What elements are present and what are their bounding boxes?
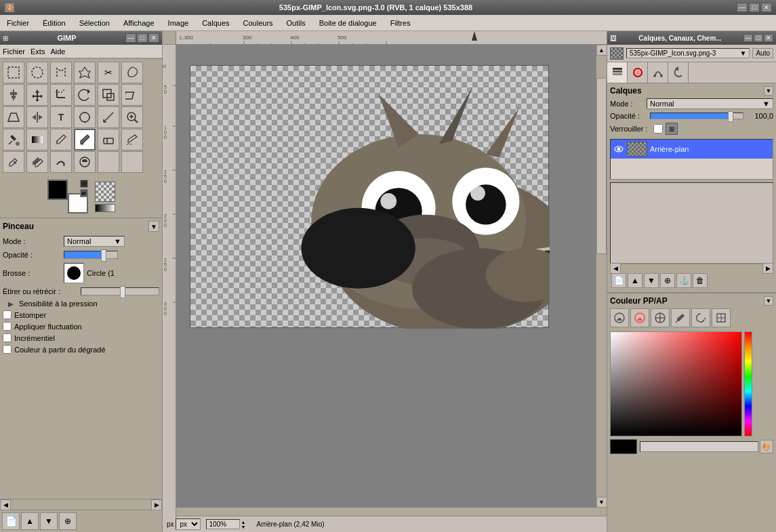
- tool-paintbrush[interactable]: [74, 129, 96, 150]
- tool-fuzzy-select[interactable]: [74, 62, 96, 83]
- incrementiel-checkbox[interactable]: [3, 333, 12, 342]
- scroll-right[interactable]: ▶: [151, 499, 162, 510]
- toolbox-close[interactable]: ✕: [148, 33, 159, 43]
- toolbox-menu-exts[interactable]: Exts: [30, 47, 45, 56]
- rp-maximize[interactable]: □: [754, 34, 763, 42]
- rp-close[interactable]: ✕: [764, 34, 773, 42]
- tool-measure[interactable]: [98, 106, 119, 128]
- duplicate-layer-btn[interactable]: ⊕: [660, 273, 675, 288]
- scroll-down-arrow[interactable]: ▼: [596, 497, 607, 508]
- unit-dropdown[interactable]: px %: [176, 518, 201, 530]
- mode-dropdown[interactable]: Normal ▼: [64, 236, 125, 247]
- tool-foreground-select[interactable]: [121, 62, 143, 83]
- color-preview[interactable]: [610, 439, 637, 454]
- zoom-selector[interactable]: ▲▼: [206, 519, 246, 529]
- gradient-indicator[interactable]: [95, 204, 115, 212]
- tab-layers-icon[interactable]: [607, 62, 628, 83]
- toolbox-minimize[interactable]: —: [125, 33, 136, 43]
- tool-shear[interactable]: [121, 84, 143, 106]
- raise-layer-btn[interactable]: ▲: [628, 273, 642, 288]
- tool-align[interactable]: [3, 84, 24, 106]
- new-layer-button[interactable]: 📄: [2, 512, 20, 530]
- tool-bucket-fill[interactable]: [3, 129, 24, 150]
- expand-arrow[interactable]: ▶: [8, 300, 14, 308]
- maximize-button[interactable]: □: [749, 3, 760, 12]
- etirer-slider[interactable]: [81, 287, 159, 295]
- layer-scroll-right[interactable]: ▶: [762, 263, 773, 274]
- layer-item-arriere-plan[interactable]: Arrière-plan: [611, 140, 773, 159]
- zoom-input[interactable]: [206, 519, 240, 529]
- tool-heal[interactable]: [3, 151, 24, 173]
- lower-layer-button[interactable]: ▼: [40, 512, 58, 530]
- menu-affichage[interactable]: Affichage: [119, 18, 159, 28]
- tool-pencil[interactable]: [50, 129, 72, 150]
- color-tool-reset[interactable]: [691, 308, 710, 327]
- file-dropdown[interactable]: 535px-GIMP_Icon.svg.png-3 ▼: [626, 48, 750, 58]
- tab-undo-history-icon[interactable]: [668, 62, 689, 83]
- menu-selection[interactable]: Sélection: [75, 18, 114, 28]
- scroll-left[interactable]: ◀: [0, 499, 11, 510]
- lower-layer-btn[interactable]: ▼: [644, 273, 659, 288]
- color-tool-foreground[interactable]: [610, 308, 629, 327]
- rp-minimize[interactable]: —: [743, 34, 753, 42]
- layers-mode-dropdown[interactable]: Normal ▼: [647, 98, 773, 109]
- hex-input[interactable]: 000000: [640, 441, 758, 452]
- menu-outils[interactable]: Outils: [283, 18, 310, 28]
- menu-boite[interactable]: Boite de dialogue: [315, 18, 381, 28]
- tool-ellipse-select[interactable]: [26, 62, 48, 83]
- foreground-color-swatch[interactable]: [47, 180, 68, 200]
- brush-preview[interactable]: [64, 263, 84, 283]
- tool-eraser[interactable]: [98, 129, 119, 150]
- tool-rotate[interactable]: [74, 84, 96, 106]
- layer-scroll-left[interactable]: ◀: [610, 263, 621, 274]
- tool-crop[interactable]: [50, 84, 72, 106]
- anchor-layer-btn[interactable]: ⚓: [676, 273, 691, 288]
- tool-color-picker[interactable]: [74, 106, 96, 128]
- menu-image[interactable]: Image: [164, 18, 193, 28]
- color-tool-background[interactable]: [630, 308, 649, 327]
- tab-paths-icon[interactable]: [648, 62, 668, 83]
- tool-options-collapse[interactable]: ▼: [148, 221, 159, 232]
- tool-zoom[interactable]: [121, 106, 143, 128]
- layer-scrollbar[interactable]: ◀ ▶: [610, 264, 773, 272]
- layers-collapse[interactable]: ▼: [764, 86, 773, 96]
- unit-selector[interactable]: px px %: [167, 518, 201, 530]
- reset-colors-icon[interactable]: ⊙: [80, 180, 88, 188]
- canvas-viewport[interactable]: [176, 45, 596, 508]
- couleur-degrade-checkbox[interactable]: [3, 345, 12, 354]
- opacity-slider[interactable]: [64, 251, 118, 259]
- lock-pixels-checkbox[interactable]: [653, 124, 663, 134]
- tool-scale[interactable]: [98, 84, 119, 106]
- new-layer-btn[interactable]: 📄: [611, 273, 626, 288]
- toolbox-menu-fichier[interactable]: Fichier: [3, 47, 25, 56]
- menu-couleurs[interactable]: Couleurs: [239, 18, 277, 28]
- color-tool-edit[interactable]: [712, 308, 731, 327]
- tool-smudge[interactable]: [50, 151, 72, 173]
- color-gradient-picker[interactable]: [610, 331, 742, 436]
- tool-scissors[interactable]: ✂: [98, 62, 119, 83]
- tool-rect-select[interactable]: [3, 62, 24, 83]
- lock-alpha-icon[interactable]: ⊞: [666, 123, 678, 135]
- estomper-checkbox[interactable]: [3, 310, 12, 319]
- tool-perspective[interactable]: [3, 106, 24, 128]
- toolbox-scrollbar[interactable]: ◀ ▶: [0, 499, 162, 510]
- menu-filtres[interactable]: Filtres: [386, 18, 415, 28]
- tool-flip[interactable]: [26, 106, 48, 128]
- zoom-spinner-up[interactable]: ▲▼: [241, 520, 246, 529]
- layers-opacity-slider[interactable]: [650, 112, 743, 119]
- menu-fichier[interactable]: Fichier: [3, 18, 33, 28]
- color-tool-hue[interactable]: [651, 308, 670, 327]
- layer-visibility-eye[interactable]: [613, 144, 624, 155]
- hex-color-picker-btn[interactable]: 🎨: [760, 440, 773, 453]
- toolbox-maximize[interactable]: □: [137, 33, 148, 43]
- toolbox-menu-aide[interactable]: Aide: [50, 47, 65, 56]
- scroll-up-arrow[interactable]: ▲: [596, 45, 607, 56]
- tool-dummy1[interactable]: [98, 151, 119, 173]
- close-button[interactable]: ✕: [761, 3, 772, 12]
- color-tool-picker[interactable]: [671, 308, 690, 327]
- color-ppap-collapse[interactable]: ▼: [764, 296, 773, 306]
- tool-airbrush[interactable]: [121, 129, 143, 150]
- tool-clone[interactable]: [26, 151, 48, 173]
- vertical-scrollbar[interactable]: ▲ ▼: [596, 45, 607, 508]
- menu-calques[interactable]: Calques: [198, 18, 233, 28]
